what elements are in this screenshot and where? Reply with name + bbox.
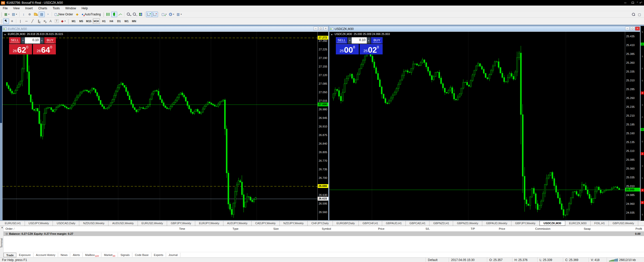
chart-tab-gbpnzd-h1[interactable]: GBPNZD,H1 (429, 221, 453, 226)
dropdown-caret-icon[interactable]: ▾ (8, 13, 9, 15)
autotrading-button[interactable]: ●●AutoTrading (80, 12, 102, 17)
column-header-price[interactable]: Price (477, 227, 507, 230)
text-label-button[interactable]: T (54, 18, 60, 24)
vertical-line-button[interactable]: | (17, 18, 23, 24)
chart-tab-gbpnzd-weekly[interactable]: GBPNZD,Weekly (453, 221, 482, 226)
terminal-tab-experts[interactable]: Experts (151, 253, 166, 257)
column-header-order[interactable]: Order/ (4, 227, 79, 230)
terminal-button[interactable]: ▤ (39, 12, 45, 17)
templates-button[interactable]: ▥▾ (175, 12, 183, 17)
terminal-tab-code-base[interactable]: Code Base (132, 253, 151, 257)
chart-tab-eurusd-weekly[interactable]: EURUSD,Weekly (138, 221, 167, 226)
timeframe-m5[interactable]: M5 (78, 19, 85, 23)
scroll-left-icon[interactable]: ◄ (636, 1, 638, 3)
chart-tab-gbpjpy-weekly[interactable]: GBPJPY,Weekly (167, 221, 195, 226)
horizontal-line-button[interactable]: ─ (23, 18, 29, 24)
volume-decrease-button[interactable]: ▼ (21, 37, 25, 44)
zoom-out-button[interactable]: – (132, 12, 138, 17)
chart-window-titlebar[interactable]: USDCZK,M30 –▢× (329, 26, 640, 31)
chart-tab-audusd-weekly[interactable]: AUDUSD,Weekly (108, 221, 138, 226)
auto-scroll-button[interactable] (146, 12, 152, 17)
menu-file[interactable]: File (0, 6, 10, 11)
volume-input[interactable]: 0.10 (352, 37, 367, 44)
menu-window[interactable]: Window (63, 6, 79, 11)
column-header-profit[interactable]: Profit (593, 227, 644, 230)
volume-increase-button[interactable]: ▲ (367, 37, 371, 44)
column-header-type[interactable]: Type (187, 227, 240, 230)
fibonacci-button[interactable]: ≡F (42, 18, 48, 24)
ask-price[interactable]: 25028 (360, 44, 383, 54)
panels-button[interactable]: ▢ (636, 12, 642, 17)
dropdown-caret-icon[interactable]: ▾ (181, 13, 182, 15)
chart-tab-eurgbp-daily[interactable]: EURGBP,Daily (333, 221, 359, 226)
collapse-arrow-icon[interactable]: ▲ (331, 33, 333, 36)
candlestick-chart-button[interactable] (111, 12, 117, 17)
chart-minimize-button[interactable]: – (625, 27, 630, 30)
column-header-sl[interactable]: S/L (386, 227, 432, 230)
chart-tab-gbpchf-h1[interactable]: GBPCHF,H1 (359, 221, 382, 226)
chart-window-titlebar[interactable]: EURCZK,M30 –▢× (2, 26, 329, 31)
collapse-arrow-icon[interactable]: ▲ (4, 33, 6, 36)
volume-input[interactable]: 0.10 (25, 37, 40, 44)
timeframe-h4[interactable]: H4 (108, 19, 115, 23)
chart-tab-usdjpy-weekly[interactable]: USDJPY,Weekly (25, 221, 53, 226)
buy-button[interactable]: BUY (44, 37, 56, 44)
chart-tab-gbpaud-h1[interactable]: GBPAUD,H1 (382, 221, 406, 226)
chart-tab-usdcad-daily[interactable]: USDCAD,Daily (53, 221, 79, 226)
chart-tab-eurjpy-weekly[interactable]: EURJPY,Weekly (195, 221, 223, 226)
chart-tab-foil-h1[interactable]: FOIL,H1 (591, 221, 609, 226)
terminal-tab-journal[interactable]: Journal (166, 253, 180, 257)
terminal-tab-account-history[interactable]: Account History (33, 253, 58, 257)
chart-restore-button[interactable]: ▢ (630, 27, 635, 30)
chart-close-button[interactable]: × (324, 27, 328, 30)
new-chart-button[interactable]: ▦▾ (3, 12, 11, 17)
column-header-time[interactable]: Time (79, 227, 187, 230)
chart-tab-audjpy-weekly[interactable]: AUDJPY,Weekly (223, 221, 252, 226)
chart-plot-area[interactable]: ▲ EURCZK,M30 26.618 26.619 26.615 26.615… (3, 32, 328, 220)
timeframe-h1[interactable]: H1 (100, 19, 107, 23)
terminal-close-icon[interactable]: × (1, 226, 4, 229)
tile-windows-button[interactable] (138, 12, 144, 17)
profiles-button[interactable]: ▤▾ (11, 12, 18, 17)
minimize-button[interactable] (621, 0, 629, 6)
menu-tools[interactable]: Tools (50, 6, 63, 11)
column-header-price[interactable]: Price (333, 227, 386, 230)
chart-restore-button[interactable]: ▢ (318, 27, 323, 30)
column-header-swap[interactable]: Swap (552, 227, 593, 230)
sell-button[interactable]: SELL (9, 37, 21, 44)
cursor-button[interactable] (3, 18, 9, 24)
bid-price[interactable]: 26620 (9, 44, 32, 54)
terminal-tab-market[interactable]: Market43 (101, 253, 118, 257)
equidistant-channel-button[interactable]: ∥E (35, 18, 42, 24)
column-header-commission[interactable]: Commission (507, 227, 552, 230)
chart-tab-gbpjpy-weekly[interactable]: GBPJPY,Weekly (511, 221, 540, 226)
buy-button[interactable]: BUY (371, 37, 383, 44)
dropdown-caret-icon[interactable]: ▾ (65, 20, 66, 22)
timeframe-d1[interactable]: D1 (115, 19, 123, 23)
timeframe-w1[interactable]: W1 (123, 19, 130, 23)
terminal-tab-mailbox[interactable]: Mailbox124 (83, 253, 102, 257)
menu-charts[interactable]: Charts (35, 6, 50, 11)
chart-tab-gbpusd-weekly[interactable]: GBPUSD,Weekly (609, 221, 638, 226)
chart-tab-nzdjpy-weekly[interactable]: NZDJPY,Weekly (280, 221, 308, 226)
chart-tab-eurczk-m30[interactable]: EURCZK,M30 (565, 221, 591, 226)
terminal-tab-signals[interactable]: Signals (118, 253, 132, 257)
timeframe-m30[interactable]: M30 (93, 19, 100, 23)
volume-increase-button[interactable]: ▲ (40, 37, 44, 44)
column-header-size[interactable]: Size (240, 227, 281, 230)
arrows-button[interactable]: ◆▾ (60, 18, 67, 24)
chart-plot-area[interactable]: ▲ USDCZK,M30 25.000 25.009 24.996 25.003… (329, 32, 640, 220)
sell-button[interactable]: SELL (336, 37, 347, 44)
timeframe-m1[interactable]: M1 (70, 19, 77, 23)
strategy-tester-button[interactable]: ◔ (45, 12, 51, 17)
chart-close-button[interactable]: × (635, 27, 640, 30)
indicators-button[interactable]: ▢+▾ (160, 12, 168, 17)
dropdown-caret-icon[interactable]: ▾ (16, 13, 17, 15)
terminal-tab-alerts[interactable]: Alerts (70, 253, 83, 257)
column-header-tp[interactable]: T/P (432, 227, 477, 230)
balance-row[interactable]: ⊙ Balance: 0.27 CZK Equity: 0.27 Free ma… (4, 232, 644, 236)
dropdown-caret-icon[interactable]: ▾ (173, 13, 174, 15)
chart-shift-button[interactable] (152, 12, 158, 17)
column-header-symbol[interactable]: Symbol (281, 227, 333, 230)
terminal-tab-news[interactable]: News (58, 253, 70, 257)
